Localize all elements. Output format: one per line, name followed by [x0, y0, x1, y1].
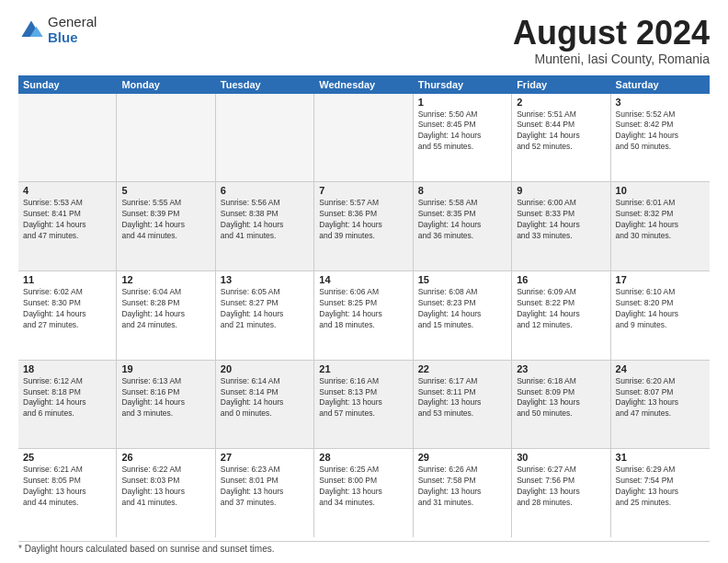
day-number: 26	[121, 452, 210, 463]
day-number: 30	[517, 452, 605, 463]
day-info: Sunrise: 6:12 AMSunset: 8:18 PMDaylight:…	[23, 376, 111, 420]
day-info: Sunrise: 6:16 AMSunset: 8:13 PMDaylight:…	[319, 376, 407, 420]
day-info: Sunrise: 5:58 AMSunset: 8:35 PMDaylight:…	[418, 198, 506, 242]
calendar-cell: 7Sunrise: 5:57 AMSunset: 8:36 PMDaylight…	[314, 182, 413, 270]
day-info: Sunrise: 6:13 AMSunset: 8:16 PMDaylight:…	[121, 376, 210, 420]
calendar-cell: 28Sunrise: 6:25 AMSunset: 8:00 PMDayligh…	[314, 449, 413, 537]
footer-note: * Daylight hours calculated based on sun…	[18, 541, 710, 554]
day-info: Sunrise: 5:50 AMSunset: 8:45 PMDaylight:…	[418, 109, 506, 154]
calendar: SundayMondayTuesdayWednesdayThursdayFrid…	[18, 75, 710, 537]
logo-icon	[18, 17, 44, 43]
day-number: 6	[221, 185, 309, 196]
day-info: Sunrise: 6:04 AMSunset: 8:28 PMDaylight:…	[121, 287, 210, 331]
day-info: Sunrise: 6:18 AMSunset: 8:09 PMDaylight:…	[517, 376, 605, 420]
day-info: Sunrise: 6:26 AMSunset: 7:58 PMDaylight:…	[418, 465, 506, 509]
day-info: Sunrise: 6:08 AMSunset: 8:23 PMDaylight:…	[418, 287, 506, 331]
day-number: 19	[121, 363, 210, 374]
calendar-header: SundayMondayTuesdayWednesdayThursdayFrid…	[18, 75, 710, 94]
weekday-header-friday: Friday	[512, 75, 610, 94]
day-number: 23	[517, 363, 605, 374]
logo-general-text: General	[48, 15, 97, 30]
calendar-cell: 3Sunrise: 5:52 AMSunset: 8:42 PMDaylight…	[611, 94, 710, 182]
day-number: 13	[221, 274, 309, 285]
calendar-cell: 18Sunrise: 6:12 AMSunset: 8:18 PMDayligh…	[18, 361, 117, 449]
calendar-cell: 8Sunrise: 5:58 AMSunset: 8:35 PMDaylight…	[414, 182, 512, 270]
day-number: 22	[418, 363, 506, 374]
day-info: Sunrise: 6:27 AMSunset: 7:56 PMDaylight:…	[517, 465, 605, 509]
calendar-cell: 15Sunrise: 6:08 AMSunset: 8:23 PMDayligh…	[414, 271, 512, 360]
month-title: August 2024	[513, 15, 710, 52]
day-number: 25	[23, 452, 111, 463]
title-block: August 2024 Munteni, Iasi County, Romani…	[513, 15, 710, 66]
calendar-cell: 10Sunrise: 6:01 AMSunset: 8:32 PMDayligh…	[611, 182, 710, 270]
day-number: 24	[616, 363, 705, 374]
day-info: Sunrise: 6:10 AMSunset: 8:20 PMDaylight:…	[616, 287, 705, 331]
day-info: Sunrise: 5:53 AMSunset: 8:41 PMDaylight:…	[23, 198, 111, 242]
location-subtitle: Munteni, Iasi County, Romania	[513, 52, 710, 66]
calendar-cell: 14Sunrise: 6:06 AMSunset: 8:25 PMDayligh…	[314, 271, 413, 360]
day-info: Sunrise: 6:17 AMSunset: 8:11 PMDaylight:…	[418, 376, 506, 420]
day-number: 18	[23, 363, 111, 374]
day-info: Sunrise: 5:51 AMSunset: 8:44 PMDaylight:…	[517, 109, 605, 154]
calendar-cell	[216, 94, 314, 182]
day-number: 14	[319, 274, 407, 285]
weekday-header-sunday: Sunday	[18, 75, 117, 94]
calendar-cell: 2Sunrise: 5:51 AMSunset: 8:44 PMDaylight…	[512, 94, 610, 182]
calendar-week-1: 1Sunrise: 5:50 AMSunset: 8:45 PMDaylight…	[18, 94, 710, 183]
calendar-cell: 5Sunrise: 5:55 AMSunset: 8:39 PMDaylight…	[117, 182, 215, 270]
day-number: 16	[517, 274, 605, 285]
calendar-cell: 23Sunrise: 6:18 AMSunset: 8:09 PMDayligh…	[512, 361, 610, 449]
weekday-header-wednesday: Wednesday	[314, 75, 413, 94]
day-number: 10	[616, 185, 705, 196]
day-info: Sunrise: 6:29 AMSunset: 7:54 PMDaylight:…	[616, 465, 705, 509]
day-number: 7	[319, 185, 407, 196]
calendar-cell: 4Sunrise: 5:53 AMSunset: 8:41 PMDaylight…	[18, 182, 117, 270]
logo: General Blue	[18, 15, 97, 45]
day-number: 20	[221, 363, 309, 374]
day-info: Sunrise: 6:14 AMSunset: 8:14 PMDaylight:…	[221, 376, 309, 420]
day-number: 31	[616, 452, 705, 463]
calendar-cell: 30Sunrise: 6:27 AMSunset: 7:56 PMDayligh…	[512, 449, 610, 537]
calendar-cell: 21Sunrise: 6:16 AMSunset: 8:13 PMDayligh…	[314, 361, 413, 449]
header: General Blue August 2024 Munteni, Iasi C…	[18, 15, 710, 66]
calendar-cell: 22Sunrise: 6:17 AMSunset: 8:11 PMDayligh…	[414, 361, 512, 449]
calendar-cell: 12Sunrise: 6:04 AMSunset: 8:28 PMDayligh…	[117, 271, 215, 360]
calendar-cell: 16Sunrise: 6:09 AMSunset: 8:22 PMDayligh…	[512, 271, 610, 360]
calendar-cell	[314, 94, 413, 182]
calendar-cell: 13Sunrise: 6:05 AMSunset: 8:27 PMDayligh…	[216, 271, 314, 360]
day-info: Sunrise: 6:21 AMSunset: 8:05 PMDaylight:…	[23, 465, 111, 509]
day-number: 11	[23, 274, 111, 285]
day-number: 9	[517, 185, 605, 196]
calendar-week-4: 18Sunrise: 6:12 AMSunset: 8:18 PMDayligh…	[18, 361, 710, 450]
day-number: 3	[616, 97, 705, 108]
day-info: Sunrise: 6:00 AMSunset: 8:33 PMDaylight:…	[517, 198, 605, 242]
weekday-header-thursday: Thursday	[414, 75, 512, 94]
day-number: 1	[418, 97, 506, 108]
weekday-header-saturday: Saturday	[611, 75, 710, 94]
page: General Blue August 2024 Munteni, Iasi C…	[0, 0, 728, 563]
day-number: 28	[319, 452, 407, 463]
calendar-cell: 19Sunrise: 6:13 AMSunset: 8:16 PMDayligh…	[117, 361, 215, 449]
calendar-cell: 29Sunrise: 6:26 AMSunset: 7:58 PMDayligh…	[414, 449, 512, 537]
day-info: Sunrise: 5:57 AMSunset: 8:36 PMDaylight:…	[319, 198, 407, 242]
calendar-week-5: 25Sunrise: 6:21 AMSunset: 8:05 PMDayligh…	[18, 449, 710, 537]
day-number: 17	[616, 274, 705, 285]
day-info: Sunrise: 6:20 AMSunset: 8:07 PMDaylight:…	[616, 376, 705, 420]
calendar-cell: 11Sunrise: 6:02 AMSunset: 8:30 PMDayligh…	[18, 271, 117, 360]
calendar-cell: 24Sunrise: 6:20 AMSunset: 8:07 PMDayligh…	[611, 361, 710, 449]
day-info: Sunrise: 6:06 AMSunset: 8:25 PMDaylight:…	[319, 287, 407, 331]
weekday-header-tuesday: Tuesday	[216, 75, 314, 94]
calendar-cell: 20Sunrise: 6:14 AMSunset: 8:14 PMDayligh…	[216, 361, 314, 449]
calendar-cell: 27Sunrise: 6:23 AMSunset: 8:01 PMDayligh…	[216, 449, 314, 537]
calendar-body: 1Sunrise: 5:50 AMSunset: 8:45 PMDaylight…	[18, 94, 710, 537]
calendar-cell: 9Sunrise: 6:00 AMSunset: 8:33 PMDaylight…	[512, 182, 610, 270]
logo-blue-text: Blue	[48, 30, 97, 46]
day-info: Sunrise: 5:56 AMSunset: 8:38 PMDaylight:…	[221, 198, 309, 242]
day-info: Sunrise: 6:05 AMSunset: 8:27 PMDaylight:…	[221, 287, 309, 331]
day-number: 29	[418, 452, 506, 463]
calendar-cell: 26Sunrise: 6:22 AMSunset: 8:03 PMDayligh…	[117, 449, 215, 537]
calendar-week-2: 4Sunrise: 5:53 AMSunset: 8:41 PMDaylight…	[18, 182, 710, 271]
day-info: Sunrise: 6:23 AMSunset: 8:01 PMDaylight:…	[221, 465, 309, 509]
day-number: 27	[221, 452, 309, 463]
day-number: 4	[23, 185, 111, 196]
